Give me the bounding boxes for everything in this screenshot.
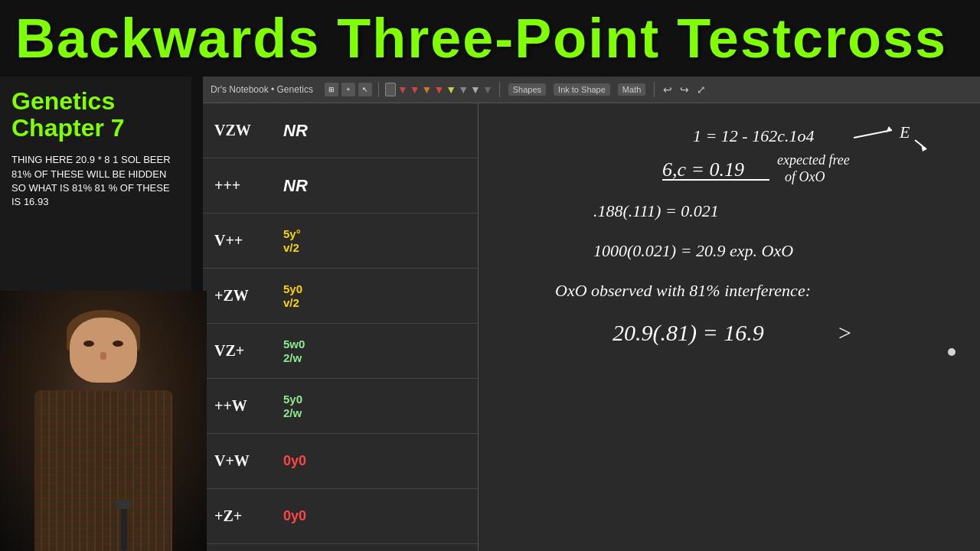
table-row-8: +Z+ 0y0 — [203, 489, 478, 544]
toolbar-icons-group1: ⊞ + ↖ ▼ ▼ ▼ ▼ ▼ ▼ ▼ ▼ Shapes — [325, 82, 708, 97]
row7-label: V+W — [214, 452, 276, 470]
pen-pink-triangle[interactable]: ▼ — [433, 83, 444, 96]
row5-value: 5w02/w — [283, 337, 305, 365]
row2-nr: NR — [283, 176, 308, 196]
notebook-area: Dr's Notebook • Genetics ⊞ + ↖ ▼ ▼ ▼ ▼ ▼… — [203, 77, 980, 551]
row4-value: 5y0v/2 — [283, 282, 302, 310]
undo-icon[interactable]: ↩ — [661, 83, 675, 96]
table-row-1: VZW NR — [203, 103, 478, 158]
table-row-6: ++W 5y02/w — [203, 379, 478, 434]
microphone-head — [116, 500, 131, 509]
svg-text:1000(0.021) = 20.9  exp. OxO: 1000(0.021) = 20.9 exp. OxO — [593, 241, 793, 260]
math-svg: 1 = 12 - 162c.1o4 E 6,c = 0.19 expected … — [479, 103, 980, 551]
pen-red-triangle2[interactable]: ▼ — [410, 83, 420, 96]
row8-value: 0y0 — [283, 508, 306, 524]
shapes-btn[interactable]: Shapes — [508, 83, 546, 96]
svg-text:of OxO: of OxO — [785, 169, 825, 184]
pen-light-triangle[interactable]: ▼ — [470, 83, 481, 96]
svg-text:>: > — [838, 320, 851, 345]
separator2 — [499, 82, 500, 97]
notebook-toolbar: Dr's Notebook • Genetics ⊞ + ↖ ▼ ▼ ▼ ▼ ▼… — [203, 77, 980, 103]
pen-dark-triangle[interactable]: ▼ — [482, 83, 493, 96]
svg-text:.188(.111) = 0.021: .188(.111) = 0.021 — [593, 201, 719, 220]
pen-gray-triangle[interactable]: ▼ — [458, 83, 469, 96]
row1-nr: NR — [283, 121, 308, 141]
pen-yellow-triangle[interactable]: ▼ — [446, 83, 456, 96]
row6-label: ++W — [214, 397, 276, 415]
row3-value: 5y°v/2 — [283, 227, 301, 255]
svg-text:E: E — [899, 122, 910, 142]
title-banner: Backwards Three-Point Testcross — [0, 0, 980, 77]
table-row-7: V+W 0y0 — [203, 434, 478, 489]
plus-icon[interactable]: + — [341, 83, 355, 96]
table-area: VZW NR +++ NR V++ 5y°v/2 +ZW 5y0v/2 — [203, 103, 479, 551]
genetics-label: Genetics — [11, 88, 180, 115]
math-btn[interactable]: Math — [618, 83, 645, 96]
sidebar-notes: THING HERE 20.9 * 8 1 SOL BEER 81% OF TH… — [11, 153, 180, 209]
svg-text:20.9(.81) = 16.9: 20.9(.81) = 16.9 — [612, 320, 764, 346]
table-row-2: +++ NR — [203, 158, 478, 214]
main-screen: Backwards Three-Point Testcross Genetics… — [0, 0, 980, 551]
redo-icon[interactable]: ↪ — [678, 83, 691, 96]
grid-icon[interactable]: ⊞ — [325, 83, 338, 96]
main-title: Backwards Three-Point Testcross — [15, 7, 947, 70]
row6-value: 5y02/w — [283, 393, 302, 420]
ink-to-shape-btn[interactable]: Ink to Shape — [554, 83, 610, 96]
fullscreen-icon[interactable]: ⤢ — [694, 83, 708, 96]
svg-text:expected free: expected free — [777, 152, 850, 168]
svg-text:OxO observed with 81% interfer: OxO observed with 81% interference: — [555, 281, 811, 300]
webcam-area — [0, 291, 207, 551]
separator3 — [654, 82, 655, 97]
pen-gray[interactable] — [385, 83, 396, 96]
row3-label: V++ — [214, 232, 276, 249]
row2-label: +++ — [214, 177, 276, 194]
pen-orange-triangle[interactable]: ▼ — [422, 83, 433, 96]
table-row-5: VZ+ 5w02/w — [203, 324, 478, 379]
row4-label: +ZW — [214, 287, 276, 305]
svg-point-16 — [948, 348, 956, 356]
separator1 — [378, 82, 379, 97]
math-area: 1 = 12 - 162c.1o4 E 6,c = 0.19 expected … — [479, 103, 980, 551]
pen-red-triangle[interactable]: ▼ — [397, 83, 408, 96]
svg-text:6,c = 0.19: 6,c = 0.19 — [662, 158, 744, 181]
webcam-person — [0, 291, 207, 551]
row1-label: VZW — [214, 122, 276, 139]
table-row-3: V++ 5y°v/2 — [203, 214, 478, 269]
row5-label: VZ+ — [214, 342, 276, 360]
chapter-label: Chapter 7 — [11, 115, 180, 142]
microphone-stand — [121, 505, 127, 551]
row8-label: +Z+ — [214, 507, 276, 525]
person-body — [34, 390, 172, 551]
toolbar-title: Dr's Notebook • Genetics — [211, 84, 313, 95]
svg-text:1 = 12 - 162c.1o4: 1 = 12 - 162c.1o4 — [693, 126, 814, 145]
person-head — [70, 318, 137, 383]
pointer-icon[interactable]: ↖ — [358, 83, 372, 96]
row7-value: 0y0 — [283, 453, 306, 469]
pen-colors: ▼ ▼ ▼ ▼ ▼ ▼ ▼ ▼ — [385, 83, 493, 96]
table-row-4: +ZW 5y0v/2 — [203, 269, 478, 324]
